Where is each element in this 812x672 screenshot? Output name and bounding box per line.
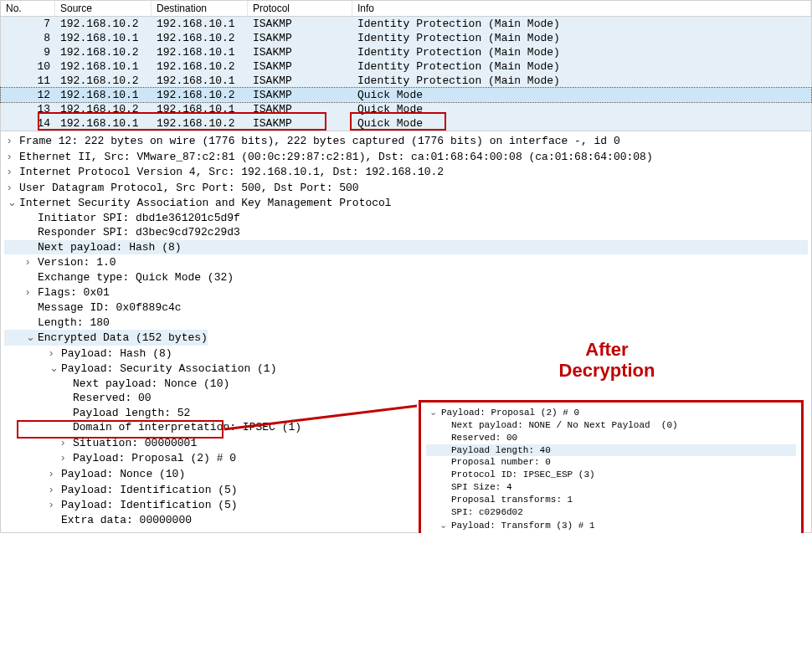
cell-info: Quick Mode <box>352 116 811 131</box>
tree-sa-np[interactable]: Next payload: Nonce (10) <box>4 377 808 392</box>
annotation-callout-panel: ⌄Payload: Proposal (2) # 0 Next payload:… <box>419 400 804 533</box>
chevron-down-icon[interactable]: ⌄ <box>8 195 19 210</box>
tree-ip[interactable]: ›Internet Protocol Version 4, Src: 192.1… <box>4 164 808 180</box>
cell-dst: 192.168.10.1 <box>152 74 248 88</box>
chevron-down-icon[interactable]: ⌄ <box>26 330 38 345</box>
tree-label: Payload: Identification (5) <box>61 484 238 496</box>
cell-dst: 192.168.10.1 <box>152 45 248 59</box>
cell-info: Identity Protection (Main Mode) <box>352 45 811 59</box>
callout-row: Proposal transforms: 1 <box>426 494 796 506</box>
callout-row: SPI: c0296d02 <box>426 506 796 519</box>
packet-list-pane: No. Source Destination Protocol Info 7 1… <box>0 0 812 131</box>
cell-src: 192.168.10.2 <box>55 102 152 116</box>
tree-payload-sa[interactable]: ⌄Payload: Security Association (1) <box>4 361 808 377</box>
tree-flags[interactable]: ›Flags: 0x01 <box>4 285 808 300</box>
packet-row-selected[interactable]: 12 192.168.10.1 192.168.10.2 ISAKMP Quic… <box>1 88 811 102</box>
chevron-right-icon[interactable]: › <box>49 466 61 481</box>
tree-label: Version: 1.0 <box>38 256 116 269</box>
cell-no: 14 <box>1 116 55 131</box>
packet-row[interactable]: 13 192.168.10.2 192.168.10.1 ISAKMP Quic… <box>1 102 811 116</box>
tree-encrypted-data[interactable]: ⌄Encrypted Data (152 bytes) <box>4 330 208 346</box>
tree-frame[interactable]: ›Frame 12: 222 bytes on wire (1776 bits)… <box>4 133 808 149</box>
packet-row[interactable]: 14 192.168.10.1 192.168.10.2 ISAKMP Quic… <box>1 116 811 131</box>
tree-udp[interactable]: ›User Datagram Protocol, Src Port: 500, … <box>4 180 808 196</box>
col-header-info[interactable]: Info <box>352 1 811 16</box>
tree-label: Encrypted Data (152 bytes) <box>38 331 208 344</box>
cell-prot: ISAKMP <box>248 102 352 116</box>
cell-src: 192.168.10.1 <box>55 31 152 45</box>
cell-dst: 192.168.10.1 <box>152 17 248 31</box>
tree-next-payload[interactable]: Next payload: Hash (8) <box>4 240 808 255</box>
chevron-right-icon[interactable]: › <box>8 164 19 179</box>
tree-version[interactable]: ›Version: 1.0 <box>4 254 808 270</box>
tree-payload-hash[interactable]: ›Payload: Hash (8) <box>4 346 808 362</box>
packet-row[interactable]: 10 192.168.10.1 192.168.10.2 ISAKMP Iden… <box>1 59 811 74</box>
packet-row[interactable]: 8 192.168.10.1 192.168.10.2 ISAKMP Ident… <box>1 31 811 45</box>
cell-no: 10 <box>1 59 55 74</box>
tree-label: Ethernet II, Src: VMware_87:c2:81 (00:0c… <box>19 151 653 163</box>
packet-row[interactable]: 7 192.168.10.2 192.168.10.1 ISAKMP Ident… <box>1 17 811 31</box>
tree-isakmp[interactable]: ⌄Internet Security Association and Key M… <box>4 195 808 211</box>
tree-label: Payload: Identification (5) <box>61 499 238 511</box>
chevron-right-icon[interactable]: › <box>61 435 73 450</box>
chevron-right-icon[interactable]: › <box>49 497 61 512</box>
cell-no: 13 <box>1 102 55 116</box>
chevron-right-icon[interactable]: › <box>61 450 73 465</box>
cell-no: 11 <box>1 74 55 88</box>
col-header-src[interactable]: Source <box>55 1 152 16</box>
annotation-title: AfterDecryption <box>532 339 682 382</box>
packet-row[interactable]: 9 192.168.10.2 192.168.10.1 ISAKMP Ident… <box>1 45 811 59</box>
callout-label: Payload: Transform (3) # 1 <box>451 521 595 531</box>
col-header-no[interactable]: No. <box>1 1 55 16</box>
cell-dst: 192.168.10.1 <box>152 102 248 116</box>
tree-length[interactable]: Length: 180 <box>4 315 808 331</box>
tree-label: Internet Protocol Version 4, Src: 192.16… <box>19 166 444 178</box>
callout-row: Proposal number: 0 <box>426 456 796 469</box>
cell-no: 9 <box>1 45 55 59</box>
chevron-right-icon[interactable]: › <box>49 346 61 361</box>
callout-row: Reserved: 00 <box>426 432 796 444</box>
packet-row[interactable]: 11 192.168.10.2 192.168.10.1 ISAKMP Iden… <box>1 74 811 88</box>
tree-label: Flags: 0x01 <box>38 286 110 299</box>
chevron-right-icon[interactable]: › <box>49 482 61 497</box>
tree-label: Payload: Proposal (2) # 0 <box>73 452 236 464</box>
cell-prot: ISAKMP <box>248 59 352 74</box>
callout-row: SPI Size: 4 <box>426 481 796 494</box>
cell-src: 192.168.10.2 <box>55 17 152 31</box>
col-header-dst[interactable]: Destination <box>152 1 248 16</box>
tree-label: Internet Security Association and Key Ma… <box>19 197 392 209</box>
cell-info: Identity Protection (Main Mode) <box>352 59 811 74</box>
tree-label: Payload: Hash (8) <box>61 347 172 360</box>
cell-prot: ISAKMP <box>248 31 352 45</box>
tree-rspi[interactable]: Responder SPI: d3bec9cd792c29d3 <box>4 225 808 240</box>
cell-dst: 192.168.10.2 <box>152 59 248 74</box>
col-header-prot[interactable]: Protocol <box>248 1 352 16</box>
chevron-right-icon[interactable]: › <box>26 285 38 300</box>
cell-no: 7 <box>1 17 55 31</box>
callout-label: Payload: Proposal (2) # 0 <box>441 408 579 418</box>
chevron-right-icon[interactable]: › <box>8 133 19 148</box>
cell-prot: ISAKMP <box>248 74 352 88</box>
cell-src: 192.168.10.2 <box>55 74 152 88</box>
chevron-right-icon[interactable]: › <box>8 149 19 164</box>
chevron-right-icon[interactable]: › <box>8 180 19 195</box>
tree-label: Payload: Nonce (10) <box>61 468 185 480</box>
callout-row: Next payload: NONE / No Next Payload (0) <box>426 419 796 432</box>
cell-info: Quick Mode <box>352 88 811 102</box>
tree-msgid[interactable]: Message ID: 0x0f889c4c <box>4 300 808 315</box>
tree-ispi[interactable]: Initiator SPI: dbd1e361201c5d9f <box>4 211 808 226</box>
packet-list-header: No. Source Destination Protocol Info <box>1 1 811 17</box>
cell-info: Identity Protection (Main Mode) <box>352 17 811 31</box>
tree-label: Situation: 00000001 <box>73 437 197 449</box>
chevron-right-icon[interactable]: › <box>26 254 38 269</box>
cell-no: 8 <box>1 31 55 45</box>
cell-info: Quick Mode <box>352 102 811 116</box>
callout-row: Protocol ID: IPSEC_ESP (3) <box>426 469 796 481</box>
tree-label: User Datagram Protocol, Src Port: 500, D… <box>19 182 359 194</box>
chevron-down-icon[interactable]: ⌄ <box>49 361 61 376</box>
callout-row: Next payload: NONE / No Next Payload (0) <box>426 531 796 533</box>
tree-ethernet[interactable]: ›Ethernet II, Src: VMware_87:c2:81 (00:0… <box>4 149 808 165</box>
cell-prot: ISAKMP <box>248 116 352 131</box>
tree-exchange[interactable]: Exchange type: Quick Mode (32) <box>4 270 808 285</box>
chevron-down-icon: ⌄ <box>429 406 441 418</box>
